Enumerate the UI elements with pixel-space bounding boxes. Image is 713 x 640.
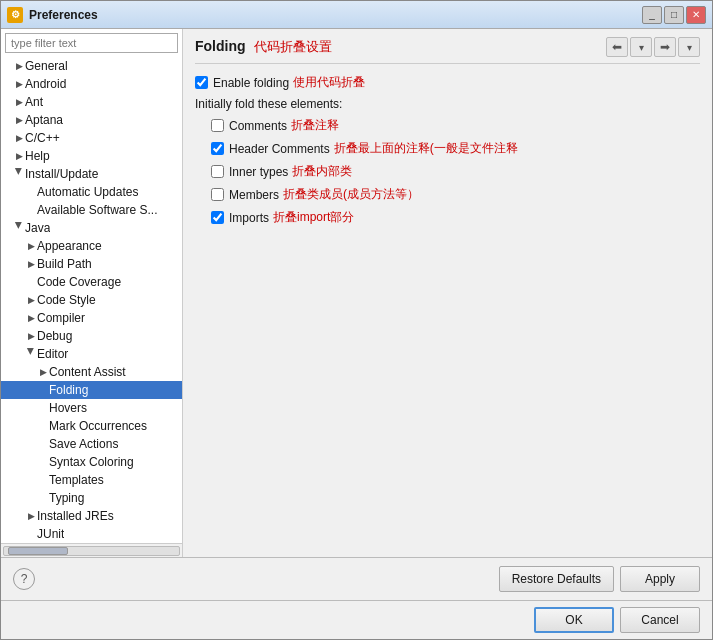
checkbox-row-comments: Comments折叠注释 xyxy=(211,117,700,134)
tree-label-codestyle: Code Style xyxy=(37,293,96,307)
panel-title: Folding xyxy=(195,38,246,54)
checkbox-comments[interactable] xyxy=(211,119,224,132)
tree-arrow-aptana: ▶ xyxy=(13,115,25,125)
tree-item-codestyle[interactable]: ▶Code Style xyxy=(1,291,182,309)
main-content: ▶General▶Android▶Ant▶Aptana▶C/C++▶Help▶I… xyxy=(1,29,712,557)
tree-arrow-codestyle: ▶ xyxy=(25,295,37,305)
tree-arrow-help: ▶ xyxy=(13,151,25,161)
tree-item-available[interactable]: Available Software S... xyxy=(1,201,182,219)
checkbox-headercomments[interactable] xyxy=(211,142,224,155)
forward-button[interactable]: ➡ xyxy=(654,37,676,57)
tree-item-aptana[interactable]: ▶Aptana xyxy=(1,111,182,129)
apply-button[interactable]: Apply xyxy=(620,566,700,592)
tree-item-installupdate[interactable]: ▶Install/Update xyxy=(1,165,182,183)
tree-label-help: Help xyxy=(25,149,50,163)
tree-arrow-editor: ▶ xyxy=(26,348,36,360)
checkbox-row-headercomments: Header Comments折叠最上面的注释(一般是文件注释 xyxy=(211,140,700,157)
tree-arrow-appearance: ▶ xyxy=(25,241,37,251)
tree-item-templates[interactable]: Templates xyxy=(1,471,182,489)
tree-label-contentassist: Content Assist xyxy=(49,365,126,379)
tree-item-contentassist[interactable]: ▶Content Assist xyxy=(1,363,182,381)
checkbox-label-members: Members xyxy=(229,188,279,202)
tree-item-help[interactable]: ▶Help xyxy=(1,147,182,165)
folding-options: Comments折叠注释Header Comments折叠最上面的注释(一般是文… xyxy=(195,117,700,226)
tree-label-automatic: Automatic Updates xyxy=(37,185,138,199)
back-arrow-button[interactable]: ▾ xyxy=(630,37,652,57)
tree-label-codecoverage: Code Coverage xyxy=(37,275,121,289)
tree-item-hovers[interactable]: Hovers xyxy=(1,399,182,417)
tree-label-markoccurrences: Mark Occurrences xyxy=(49,419,147,433)
tree-item-junit[interactable]: JUnit xyxy=(1,525,182,543)
checkbox-row-members: Members折叠类成员(成员方法等） xyxy=(211,186,700,203)
checkbox-imports[interactable] xyxy=(211,211,224,224)
tree-item-buildpath[interactable]: ▶Build Path xyxy=(1,255,182,273)
tree-arrow-cpp: ▶ xyxy=(13,133,25,143)
cancel-button[interactable]: Cancel xyxy=(620,607,700,633)
tree-item-debug[interactable]: ▶Debug xyxy=(1,327,182,345)
app-icon: ⚙ xyxy=(7,7,23,23)
tree-arrow-contentassist: ▶ xyxy=(37,367,49,377)
enable-folding-label-cn: 使用代码折叠 xyxy=(293,74,365,91)
ok-button[interactable]: OK xyxy=(534,607,614,633)
tree-item-editor[interactable]: ▶Editor xyxy=(1,345,182,363)
tree-arrow-java: ▶ xyxy=(14,222,24,234)
scrollbar-track xyxy=(3,546,180,556)
checkbox-label-headercomments: Header Comments xyxy=(229,142,330,156)
checkbox-innertypes[interactable] xyxy=(211,165,224,178)
maximize-button[interactable]: □ xyxy=(664,6,684,24)
checkbox-row-innertypes: Inner types折叠内部类 xyxy=(211,163,700,180)
tree-item-codecoverage[interactable]: Code Coverage xyxy=(1,273,182,291)
bottom-bar: ? Restore Defaults Apply xyxy=(1,557,712,600)
tree-label-ant: Ant xyxy=(25,95,43,109)
checkbox-members[interactable] xyxy=(211,188,224,201)
back-button[interactable]: ⬅ xyxy=(606,37,628,57)
checkbox-label-comments: Comments xyxy=(229,119,287,133)
enable-folding-checkbox[interactable] xyxy=(195,76,208,89)
tree-item-general[interactable]: ▶General xyxy=(1,57,182,75)
forward-arrow-button[interactable]: ▾ xyxy=(678,37,700,57)
tree-arrow-general: ▶ xyxy=(13,61,25,71)
checkbox-label-cn-comments: 折叠注释 xyxy=(291,117,339,134)
tree-item-saveactions[interactable]: Save Actions xyxy=(1,435,182,453)
panel-title-cn: 代码折叠设置 xyxy=(254,38,332,56)
checkbox-label-cn-members: 折叠类成员(成员方法等） xyxy=(283,186,419,203)
tree-item-folding[interactable]: Folding xyxy=(1,381,182,399)
checkbox-label-innertypes: Inner types xyxy=(229,165,288,179)
tree-label-folding: Folding xyxy=(49,383,88,397)
tree-label-junit: JUnit xyxy=(37,527,64,541)
checkbox-row-imports: Imports折叠import部分 xyxy=(211,209,700,226)
tree-item-android[interactable]: ▶Android xyxy=(1,75,182,93)
tree-item-syntaxcoloring[interactable]: Syntax Coloring xyxy=(1,453,182,471)
tree-arrow-buildpath: ▶ xyxy=(25,259,37,269)
tree-item-compiler[interactable]: ▶Compiler xyxy=(1,309,182,327)
tree-label-editor: Editor xyxy=(37,347,68,361)
tree-label-aptana: Aptana xyxy=(25,113,63,127)
window-title: Preferences xyxy=(29,8,642,22)
tree-label-general: General xyxy=(25,59,68,73)
tree-item-installedjres[interactable]: ▶Installed JREs xyxy=(1,507,182,525)
restore-defaults-button[interactable]: Restore Defaults xyxy=(499,566,614,592)
tree-arrow-debug: ▶ xyxy=(25,331,37,341)
enable-folding-label: Enable folding xyxy=(213,76,289,90)
tree-label-buildpath: Build Path xyxy=(37,257,92,271)
horizontal-scrollbar[interactable] xyxy=(1,543,182,557)
tree-item-typing[interactable]: Typing xyxy=(1,489,182,507)
close-button[interactable]: ✕ xyxy=(686,6,706,24)
tree-label-saveactions: Save Actions xyxy=(49,437,118,451)
minimize-button[interactable]: _ xyxy=(642,6,662,24)
tree-item-java[interactable]: ▶Java xyxy=(1,219,182,237)
ok-cancel-bar: OK Cancel xyxy=(1,600,712,639)
tree-item-appearance[interactable]: ▶Appearance xyxy=(1,237,182,255)
checkbox-label-cn-headercomments: 折叠最上面的注释(一般是文件注释 xyxy=(334,140,518,157)
help-button[interactable]: ? xyxy=(13,568,35,590)
panel-body: Enable folding 使用代码折叠 Initially fold the… xyxy=(195,74,700,549)
window-controls: _ □ ✕ xyxy=(642,6,706,24)
tree-item-cpp[interactable]: ▶C/C++ xyxy=(1,129,182,147)
filter-input[interactable] xyxy=(5,33,178,53)
tree-arrow-ant: ▶ xyxy=(13,97,25,107)
tree-item-ant[interactable]: ▶Ant xyxy=(1,93,182,111)
tree-arrow-compiler: ▶ xyxy=(25,313,37,323)
tree-label-installupdate: Install/Update xyxy=(25,167,98,181)
tree-item-automatic[interactable]: Automatic Updates xyxy=(1,183,182,201)
tree-item-markoccurrences[interactable]: Mark Occurrences xyxy=(1,417,182,435)
